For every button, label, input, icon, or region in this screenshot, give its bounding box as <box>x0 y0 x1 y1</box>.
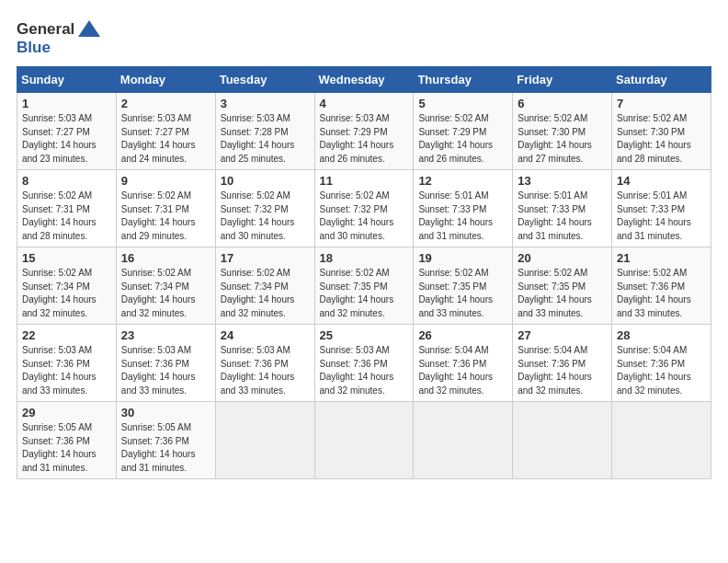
table-row: 21 Sunrise: 5:02 AMSunset: 7:36 PMDaylig… <box>612 247 711 325</box>
table-row: 2 Sunrise: 5:03 AMSunset: 7:27 PMDayligh… <box>116 93 215 170</box>
day-number: 30 <box>121 406 210 419</box>
day-number: 20 <box>518 251 607 265</box>
day-number: 29 <box>22 406 111 419</box>
table-row: 19 Sunrise: 5:02 AMSunset: 7:35 PMDaylig… <box>414 247 513 325</box>
day-number: 26 <box>418 328 507 342</box>
day-info: Sunrise: 5:02 AMSunset: 7:35 PMDaylight:… <box>320 268 394 318</box>
day-info: Sunrise: 5:03 AMSunset: 7:29 PMDaylight:… <box>320 113 394 164</box>
day-number: 21 <box>617 251 706 265</box>
day-number: 28 <box>617 328 706 342</box>
table-row: 4 Sunrise: 5:03 AMSunset: 7:29 PMDayligh… <box>314 93 414 170</box>
day-number: 5 <box>418 97 507 110</box>
table-row: 30 Sunrise: 5:05 AMSunset: 7:36 PMDaylig… <box>116 402 215 479</box>
day-info: Sunrise: 5:04 AMSunset: 7:36 PMDaylight:… <box>418 345 493 396</box>
day-info: Sunrise: 5:05 AMSunset: 7:36 PMDaylight:… <box>22 422 97 473</box>
table-row <box>414 402 513 479</box>
day-info: Sunrise: 5:02 AMSunset: 7:35 PMDaylight:… <box>518 268 592 318</box>
day-number: 27 <box>518 328 607 342</box>
day-info: Sunrise: 5:02 AMSunset: 7:34 PMDaylight:… <box>121 268 196 318</box>
table-row: 22 Sunrise: 5:03 AMSunset: 7:36 PMDaylig… <box>17 325 117 402</box>
day-info: Sunrise: 5:02 AMSunset: 7:30 PMDaylight:… <box>518 113 592 164</box>
svg-marker-0 <box>78 20 100 37</box>
table-row: 12 Sunrise: 5:01 AMSunset: 7:33 PMDaylig… <box>414 170 513 247</box>
day-info: Sunrise: 5:03 AMSunset: 7:36 PMDaylight:… <box>221 345 295 396</box>
table-row: 16 Sunrise: 5:02 AMSunset: 7:34 PMDaylig… <box>116 247 215 325</box>
table-row: 14 Sunrise: 5:01 AMSunset: 7:33 PMDaylig… <box>612 170 711 247</box>
day-number: 3 <box>221 97 310 110</box>
table-row: 3 Sunrise: 5:03 AMSunset: 7:28 PMDayligh… <box>215 93 314 170</box>
day-info: Sunrise: 5:03 AMSunset: 7:27 PMDaylight:… <box>121 113 196 164</box>
day-number: 9 <box>121 174 210 188</box>
day-info: Sunrise: 5:03 AMSunset: 7:36 PMDaylight:… <box>121 345 196 396</box>
calendar-week-row: 15 Sunrise: 5:02 AMSunset: 7:34 PMDaylig… <box>17 247 711 325</box>
table-row: 15 Sunrise: 5:02 AMSunset: 7:34 PMDaylig… <box>17 247 117 325</box>
day-number: 23 <box>121 328 210 342</box>
logo-icon <box>76 17 102 42</box>
day-number: 13 <box>518 174 607 188</box>
day-info: Sunrise: 5:01 AMSunset: 7:33 PMDaylight:… <box>518 190 592 241</box>
calendar-week-row: 29 Sunrise: 5:05 AMSunset: 7:36 PMDaylig… <box>17 402 711 479</box>
table-row: 23 Sunrise: 5:03 AMSunset: 7:36 PMDaylig… <box>116 325 215 402</box>
day-info: Sunrise: 5:03 AMSunset: 7:28 PMDaylight:… <box>221 113 295 164</box>
table-row <box>314 402 414 479</box>
page: General Blue Sunday Monday Tuesday Wedne… <box>0 0 728 563</box>
day-number: 17 <box>221 251 310 265</box>
table-row <box>513 402 612 479</box>
table-row <box>215 402 314 479</box>
table-row: 18 Sunrise: 5:02 AMSunset: 7:35 PMDaylig… <box>314 247 414 325</box>
day-info: Sunrise: 5:02 AMSunset: 7:36 PMDaylight:… <box>617 268 691 318</box>
col-tuesday: Tuesday <box>215 67 314 93</box>
day-info: Sunrise: 5:01 AMSunset: 7:33 PMDaylight:… <box>617 190 691 241</box>
table-row: 20 Sunrise: 5:02 AMSunset: 7:35 PMDaylig… <box>513 247 612 325</box>
day-info: Sunrise: 5:02 AMSunset: 7:34 PMDaylight:… <box>221 268 295 318</box>
header: General Blue <box>17 17 711 57</box>
col-friday: Friday <box>513 67 612 93</box>
day-number: 24 <box>221 328 310 342</box>
table-row: 13 Sunrise: 5:01 AMSunset: 7:33 PMDaylig… <box>513 170 612 247</box>
day-number: 12 <box>418 174 507 188</box>
day-number: 1 <box>22 97 111 110</box>
table-row: 7 Sunrise: 5:02 AMSunset: 7:30 PMDayligh… <box>612 93 711 170</box>
table-row: 10 Sunrise: 5:02 AMSunset: 7:32 PMDaylig… <box>215 170 314 247</box>
day-number: 22 <box>22 328 111 342</box>
day-number: 8 <box>22 174 111 188</box>
col-wednesday: Wednesday <box>314 67 414 93</box>
table-row: 8 Sunrise: 5:02 AMSunset: 7:31 PMDayligh… <box>17 170 117 247</box>
table-row: 25 Sunrise: 5:03 AMSunset: 7:36 PMDaylig… <box>314 325 414 402</box>
day-info: Sunrise: 5:02 AMSunset: 7:30 PMDaylight:… <box>617 113 691 164</box>
col-sunday: Sunday <box>17 67 117 93</box>
logo: General Blue <box>17 17 102 57</box>
day-info: Sunrise: 5:02 AMSunset: 7:34 PMDaylight:… <box>22 268 97 318</box>
logo-general-text: General <box>17 20 74 39</box>
day-info: Sunrise: 5:03 AMSunset: 7:36 PMDaylight:… <box>22 345 97 396</box>
day-number: 15 <box>22 251 111 265</box>
col-thursday: Thursday <box>414 67 513 93</box>
calendar-header-row: Sunday Monday Tuesday Wednesday Thursday… <box>17 67 711 93</box>
day-info: Sunrise: 5:02 AMSunset: 7:29 PMDaylight:… <box>418 113 493 164</box>
calendar-week-row: 8 Sunrise: 5:02 AMSunset: 7:31 PMDayligh… <box>17 170 711 247</box>
col-monday: Monday <box>116 67 215 93</box>
table-row: 29 Sunrise: 5:05 AMSunset: 7:36 PMDaylig… <box>17 402 117 479</box>
day-number: 14 <box>617 174 706 188</box>
table-row: 6 Sunrise: 5:02 AMSunset: 7:30 PMDayligh… <box>513 93 612 170</box>
table-row: 17 Sunrise: 5:02 AMSunset: 7:34 PMDaylig… <box>215 247 314 325</box>
day-info: Sunrise: 5:03 AMSunset: 7:36 PMDaylight:… <box>320 345 394 396</box>
table-row: 28 Sunrise: 5:04 AMSunset: 7:36 PMDaylig… <box>612 325 711 402</box>
day-info: Sunrise: 5:02 AMSunset: 7:31 PMDaylight:… <box>121 190 196 241</box>
day-info: Sunrise: 5:02 AMSunset: 7:32 PMDaylight:… <box>320 190 394 241</box>
day-info: Sunrise: 5:04 AMSunset: 7:36 PMDaylight:… <box>518 345 592 396</box>
calendar-table: Sunday Monday Tuesday Wednesday Thursday… <box>17 66 711 479</box>
day-number: 11 <box>320 174 409 188</box>
day-info: Sunrise: 5:02 AMSunset: 7:32 PMDaylight:… <box>221 190 295 241</box>
table-row: 11 Sunrise: 5:02 AMSunset: 7:32 PMDaylig… <box>314 170 414 247</box>
day-info: Sunrise: 5:03 AMSunset: 7:27 PMDaylight:… <box>22 113 97 164</box>
day-number: 25 <box>320 328 409 342</box>
day-info: Sunrise: 5:02 AMSunset: 7:31 PMDaylight:… <box>22 190 97 241</box>
calendar-week-row: 1 Sunrise: 5:03 AMSunset: 7:27 PMDayligh… <box>17 93 711 170</box>
table-row: 5 Sunrise: 5:02 AMSunset: 7:29 PMDayligh… <box>414 93 513 170</box>
day-number: 18 <box>320 251 409 265</box>
day-number: 6 <box>518 97 607 110</box>
day-info: Sunrise: 5:01 AMSunset: 7:33 PMDaylight:… <box>418 190 493 241</box>
table-row: 24 Sunrise: 5:03 AMSunset: 7:36 PMDaylig… <box>215 325 314 402</box>
calendar-week-row: 22 Sunrise: 5:03 AMSunset: 7:36 PMDaylig… <box>17 325 711 402</box>
